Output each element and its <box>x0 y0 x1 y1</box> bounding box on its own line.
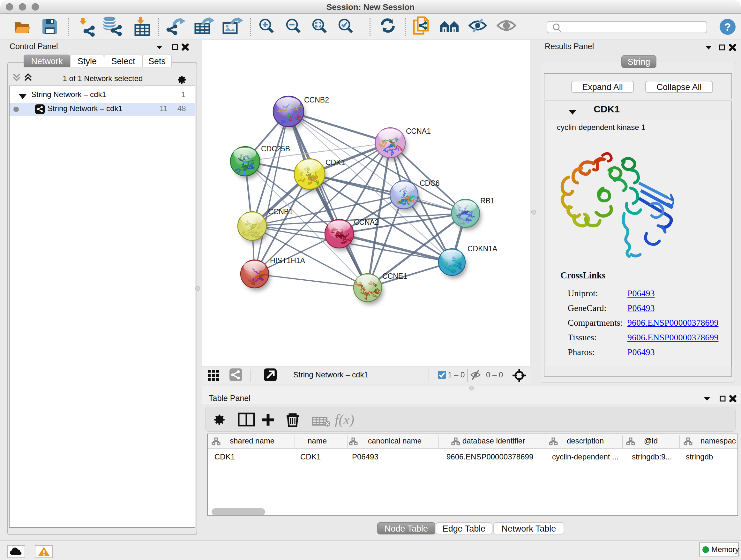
svg-text:CDC25B: CDC25B <box>261 145 290 153</box>
svg-text:CCNE1: CCNE1 <box>382 272 407 280</box>
svg-text:HIST1H1A: HIST1H1A <box>270 256 306 265</box>
svg-text:CDKN1A: CDKN1A <box>468 245 497 253</box>
svg-text:CCNB1: CCNB1 <box>268 207 293 216</box>
svg-text:CDC6: CDC6 <box>420 179 440 187</box>
svg-text:f(x): f(x) <box>335 412 354 428</box>
svg-text:RB1: RB1 <box>480 197 495 205</box>
svg-text:CDK1: CDK1 <box>326 159 345 167</box>
svg-text:CCNA1: CCNA1 <box>406 127 431 135</box>
svg-text:CCNA2: CCNA2 <box>354 218 379 226</box>
svg-text:CCNB2: CCNB2 <box>304 96 329 104</box>
